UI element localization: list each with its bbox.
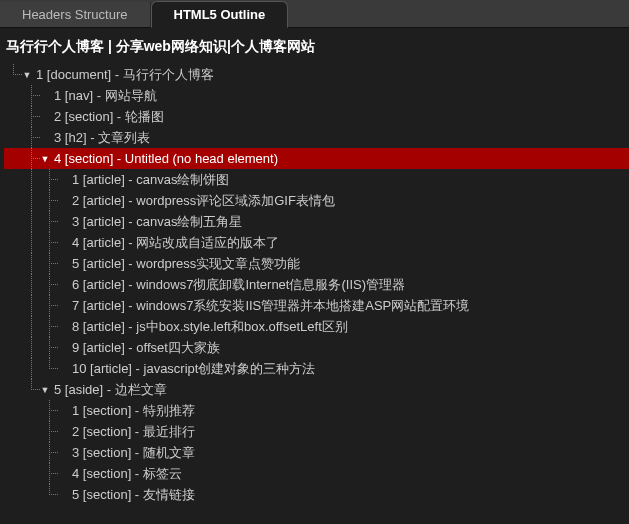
tree-guides [4,400,58,421]
tree-row[interactable]: 5 [article] - wordpress实现文章点赞功能 [4,253,629,274]
tree-row[interactable]: 6 [article] - windows7彻底卸载Internet信息服务(I… [4,274,629,295]
tree-label: 6 [article] - windows7彻底卸载Internet信息服务(I… [70,276,405,294]
tree-leaf-icon [58,364,68,374]
tree-row[interactable]: 1 [nav] - 网站导航 [4,85,629,106]
tree-label: 2 [section] - 最近排行 [70,423,195,441]
tree-row[interactable]: 4 [article] - 网站改成自适应的版本了 [4,232,629,253]
tree-leaf-icon [58,490,68,500]
tree-guides [4,421,58,442]
tree-leaf-icon [58,343,68,353]
tree-label: 3 [h2] - 文章列表 [52,129,150,147]
tree-guides [4,295,58,316]
tree-label: 4 [article] - 网站改成自适应的版本了 [70,234,279,252]
tree-row[interactable]: ▼1 [document] - 马行行个人博客 [4,64,629,85]
tree-row[interactable]: ▼5 [aside] - 边栏文章 [4,379,629,400]
tree-row[interactable]: 2 [section] - 最近排行 [4,421,629,442]
tree-label: 1 [document] - 马行行个人博客 [34,66,214,84]
tree-leaf-icon [40,133,50,143]
tree-row[interactable]: 3 [article] - canvas绘制五角星 [4,211,629,232]
tree-row[interactable]: 3 [section] - 随机文章 [4,442,629,463]
tree-guides [4,232,58,253]
tab-html5-outline[interactable]: HTML5 Outline [151,1,289,28]
tree-guides [4,253,58,274]
tree-guides [4,127,40,148]
tree-row[interactable]: 5 [section] - 友情链接 [4,484,629,505]
tree-guides [4,211,58,232]
tree-row[interactable]: 9 [article] - offset四大家族 [4,337,629,358]
tree-row[interactable]: 2 [article] - wordpress评论区域添加GIF表情包 [4,190,629,211]
tree-guides [4,169,58,190]
tree-guides [4,85,40,106]
tree-label: 1 [article] - canvas绘制饼图 [70,171,230,189]
tree-guides [4,274,58,295]
tree-guides [4,148,40,169]
tree-leaf-icon [58,217,68,227]
tree-label: 5 [aside] - 边栏文章 [52,381,167,399]
tree-label: 1 [nav] - 网站导航 [52,87,157,105]
page-title: 马行行个人博客 | 分享web网络知识|个人博客网站 [0,28,629,64]
tree-label: 4 [section] - Untitled (no head element) [52,151,278,166]
tree-label: 3 [section] - 随机文章 [70,444,195,462]
tree-guides [4,442,58,463]
expand-toggle-icon[interactable]: ▼ [40,385,50,395]
tree-leaf-icon [58,469,68,479]
tree-label: 9 [article] - offset四大家族 [70,339,220,357]
tree-leaf-icon [40,91,50,101]
tree-label: 8 [article] - js中box.style.left和box.offs… [70,318,348,336]
tree-row[interactable]: ▼4 [section] - Untitled (no head element… [4,148,629,169]
tree-guides [4,337,58,358]
tree-guides [4,484,58,505]
tree-leaf-icon [58,280,68,290]
tree-leaf-icon [58,322,68,332]
tree-row[interactable]: 3 [h2] - 文章列表 [4,127,629,148]
tree-row[interactable]: 7 [article] - windows7系统安装IIS管理器并本地搭建ASP… [4,295,629,316]
tree-leaf-icon [58,196,68,206]
tree-leaf-icon [58,301,68,311]
expand-toggle-icon[interactable]: ▼ [40,154,50,164]
tree-label: 4 [section] - 标签云 [70,465,182,483]
tab-bar: Headers Structure HTML5 Outline [0,0,629,28]
tree-row[interactable]: 10 [article] - javascript创建对象的三种方法 [4,358,629,379]
tree-label: 3 [article] - canvas绘制五角星 [70,213,243,231]
tree-guides [4,316,58,337]
tree-leaf-icon [58,259,68,269]
tree-row[interactable]: 8 [article] - js中box.style.left和box.offs… [4,316,629,337]
tree-label: 2 [section] - 轮播图 [52,108,164,126]
tree-row[interactable]: 4 [section] - 标签云 [4,463,629,484]
expand-toggle-icon[interactable]: ▼ [22,70,32,80]
tree-label: 5 [article] - wordpress实现文章点赞功能 [70,255,300,273]
tree-label: 10 [article] - javascript创建对象的三种方法 [70,360,315,378]
outline-tree: ▼1 [document] - 马行行个人博客1 [nav] - 网站导航2 [… [0,64,629,505]
tree-row[interactable]: 1 [section] - 特别推荐 [4,400,629,421]
tree-leaf-icon [58,175,68,185]
tree-label: 7 [article] - windows7系统安装IIS管理器并本地搭建ASP… [70,297,469,315]
tree-row[interactable]: 1 [article] - canvas绘制饼图 [4,169,629,190]
tree-guides [4,379,40,400]
tab-headers-structure[interactable]: Headers Structure [0,2,151,27]
tree-guides [4,358,58,379]
tree-leaf-icon [58,238,68,248]
tree-leaf-icon [58,427,68,437]
tree-guides [4,463,58,484]
tree-label: 2 [article] - wordpress评论区域添加GIF表情包 [70,192,335,210]
tree-guides [4,190,58,211]
tree-row[interactable]: 2 [section] - 轮播图 [4,106,629,127]
tree-leaf-icon [58,406,68,416]
tree-leaf-icon [40,112,50,122]
tree-guides [4,64,22,85]
tree-label: 1 [section] - 特别推荐 [70,402,195,420]
tree-label: 5 [section] - 友情链接 [70,486,195,504]
tree-guides [4,106,40,127]
tree-leaf-icon [58,448,68,458]
